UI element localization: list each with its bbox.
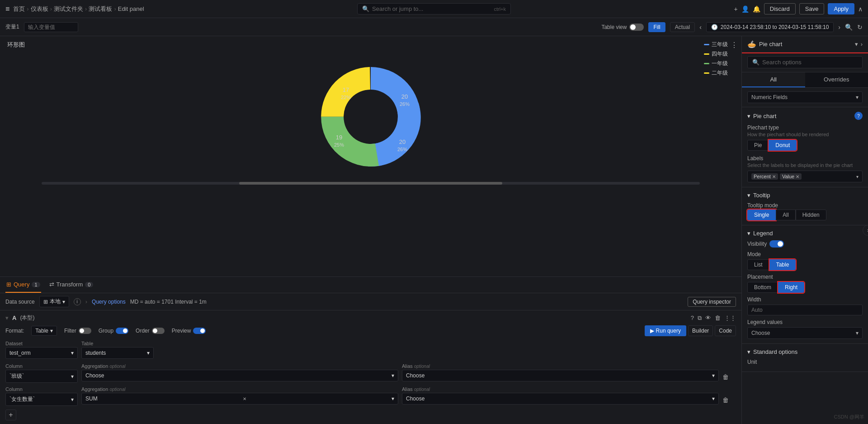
eye-icon[interactable]: 👁 — [705, 314, 711, 322]
agg2-x[interactable]: ✕ — [243, 396, 246, 401]
col1-select[interactable]: `班级` ▾ — [5, 370, 78, 383]
prev-time-icon[interactable]: ‹ — [699, 24, 702, 31]
tooltip-header[interactable]: ▾ Tooltip — [747, 192, 863, 199]
query-letter: A — [12, 314, 16, 321]
tooltip-single-button[interactable]: Single — [747, 210, 776, 220]
code-button[interactable]: Code — [715, 325, 736, 336]
group-toggle-row: Group — [99, 328, 128, 334]
agg2-select[interactable]: SUM ✕ ▾ — [81, 393, 398, 405]
placement-bottom-button[interactable]: Bottom — [747, 282, 778, 293]
label-percent-remove[interactable]: ✕ — [772, 174, 776, 179]
placement-right-button[interactable]: Right — [778, 282, 804, 293]
group-toggle[interactable] — [116, 328, 128, 334]
tab-transform[interactable]: ⇄ Transform 0 — [48, 277, 94, 293]
fill-button[interactable]: Fill — [648, 22, 665, 32]
user-icon[interactable]: 👤 — [741, 5, 749, 13]
tooltip-hidden-button[interactable]: Hidden — [796, 210, 826, 220]
preview-toggle[interactable] — [193, 328, 206, 334]
legend-list-button[interactable]: List — [747, 259, 769, 270]
donut-button[interactable]: Donut — [769, 140, 797, 151]
placement-group: Bottom Right — [747, 282, 863, 293]
next-time-icon[interactable]: › — [838, 24, 840, 31]
discard-button[interactable]: Discard — [764, 3, 796, 14]
labels-select[interactable]: Percent ✕ Value ✕ ▾ — [747, 171, 863, 182]
add-column-button[interactable]: + — [5, 410, 16, 420]
run-query-button[interactable]: ▶ Run query — [645, 325, 686, 336]
chevron-up-icon[interactable]: ∧ — [858, 5, 863, 13]
pie-button[interactable]: Pie — [747, 140, 769, 151]
breadcrumb-dashboards[interactable]: 仪表板 — [31, 5, 48, 13]
builder-button[interactable]: Builder — [688, 325, 713, 336]
transform-tab-icon: ⇄ — [49, 281, 54, 288]
tab-query[interactable]: ⊞ Query 1 — [5, 277, 41, 293]
legend-values-select[interactable]: Choose ▾ — [747, 327, 863, 339]
tab-all[interactable]: All — [742, 72, 805, 87]
scrollbar-thumb[interactable] — [239, 182, 502, 185]
col2-value: `女生数量` — [9, 395, 35, 403]
copy-icon[interactable]: ⧉ — [698, 314, 702, 322]
search-options-input[interactable]: 🔍 Search options — [747, 56, 863, 68]
pie-section-header[interactable]: ▾ Pie chart ? — [747, 112, 863, 120]
dataset-select[interactable]: test_orm ▾ — [5, 347, 78, 359]
collapse-icon[interactable]: ▾ — [5, 314, 9, 321]
alias2-select[interactable]: Choose ▾ — [402, 393, 719, 405]
breadcrumb-folder[interactable]: 测试文件夹 — [54, 5, 83, 13]
apply-button[interactable]: Apply — [828, 3, 854, 14]
pietype-desc: How the piechart should be rendered — [747, 132, 863, 137]
hamburger-icon[interactable]: ≡ — [5, 5, 9, 13]
bell-icon[interactable]: 🔔 — [753, 5, 760, 13]
variable-input[interactable] — [24, 22, 78, 32]
viz-expand-icon[interactable]: › — [861, 41, 863, 48]
tab-overrides[interactable]: Overrides — [805, 72, 868, 87]
refresh-icon[interactable]: ↻ — [857, 24, 863, 31]
labels-arrow[interactable]: ▾ — [856, 174, 859, 179]
legend-header[interactable]: ▾ Legend — [747, 230, 863, 237]
table-view-switch[interactable] — [629, 24, 644, 31]
query-inspector-button[interactable]: Query inspector — [688, 297, 736, 307]
query-alias: (本型) — [20, 314, 34, 322]
table-header-label: Table — [81, 341, 154, 346]
format-select[interactable]: Table ▾ — [31, 326, 57, 336]
plus-icon[interactable]: + — [734, 5, 738, 13]
drag-icon[interactable]: ⋮⋮ — [724, 314, 736, 322]
numeric-fields-select[interactable]: Numeric Fields ▾ — [747, 91, 863, 103]
legend-table-button[interactable]: Table — [769, 259, 796, 270]
global-search[interactable]: 🔍 Search or jump to... ctrl+k — [357, 3, 511, 14]
legend-visibility-toggle[interactable] — [769, 240, 784, 248]
help-icon[interactable]: ? — [691, 314, 694, 322]
tooltip-all-button[interactable]: All — [776, 210, 795, 220]
label-blue1-pct: 26% — [400, 101, 410, 107]
width-input[interactable] — [747, 305, 863, 315]
time-range-picker[interactable]: 🕐 2024-03-14 23:58:10 to 2024-03-15 11:5… — [706, 22, 834, 32]
info-icon[interactable]: i — [74, 298, 81, 305]
alias1-select[interactable]: Choose ▾ — [402, 370, 719, 381]
actual-button[interactable]: Actual — [670, 22, 695, 32]
datasource-arrow: ▾ — [62, 299, 65, 305]
datasource-select[interactable]: ⊞ 本地 ▾ — [39, 296, 69, 307]
scrollbar-track — [42, 182, 700, 185]
alias2-group: Alias optional Choose ▾ — [402, 386, 719, 405]
delete-row2-button[interactable]: 🗑 — [722, 396, 736, 406]
delete-row1-button[interactable]: 🗑 — [722, 373, 736, 383]
standard-header[interactable]: ▾ Standard options — [747, 348, 863, 355]
breadcrumb-dashboard[interactable]: 测试看板 — [89, 5, 112, 13]
filter-toggle[interactable] — [79, 328, 91, 334]
col2-select[interactable]: `女生数量` ▾ — [5, 393, 78, 406]
viz-dropdown-icon[interactable]: ▾ — [855, 41, 858, 48]
table-select[interactable]: students ▾ — [81, 347, 154, 359]
group-knob — [123, 329, 127, 333]
preview-label: Preview — [172, 328, 191, 334]
table-value: students — [85, 350, 106, 356]
zoom-out-icon[interactable]: 🔍 — [845, 24, 853, 31]
pie-section-arrow: ▾ — [747, 113, 750, 119]
breadcrumb-home[interactable]: 首页 — [13, 5, 25, 13]
label-value-remove[interactable]: ✕ — [796, 174, 799, 179]
save-button[interactable]: Save — [799, 3, 825, 14]
label-green-pct: 25% — [334, 142, 344, 148]
delete-icon[interactable]: 🗑 — [715, 314, 721, 322]
agg1-select[interactable]: Choose ▾ — [81, 370, 398, 381]
order-toggle[interactable] — [152, 328, 165, 334]
chart-more-icon[interactable]: ⋮ — [731, 41, 738, 49]
query-options-link[interactable]: Query options — [92, 299, 126, 305]
search-options-icon: 🔍 — [752, 59, 760, 66]
